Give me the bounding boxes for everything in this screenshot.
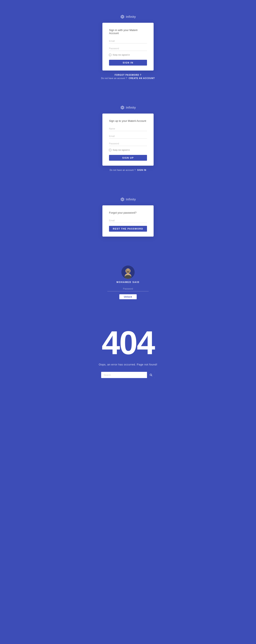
lock-section: MOHAMED SAID Unlock bbox=[0, 247, 256, 310]
forgot-logo: Infinity bbox=[120, 197, 136, 202]
signin-button[interactable]: SIGN IN bbox=[109, 60, 147, 66]
unlock-button[interactable]: Unlock bbox=[119, 294, 137, 299]
search-input[interactable] bbox=[101, 372, 147, 378]
svg-line-9 bbox=[151, 376, 152, 376]
forgot-card: Forgot your password? REST THE PASSWORD bbox=[102, 205, 154, 236]
signup-signin-link[interactable]: SIGN IN bbox=[137, 169, 146, 171]
forgot-card-title: Forgot your password? bbox=[109, 211, 147, 214]
signin-section: Infinity Sign in with your Materii Accou… bbox=[0, 0, 256, 91]
signup-keep-signed-checkbox[interactable] bbox=[109, 149, 111, 151]
signup-brand-name: Infinity bbox=[126, 106, 136, 109]
signin-keep-signed-row: Keep me signed in bbox=[109, 54, 147, 56]
forgot-brand-name: Infinity bbox=[126, 198, 136, 201]
signin-keep-signed-label: Keep me signed in bbox=[113, 54, 130, 56]
signup-logo: Infinity bbox=[120, 105, 136, 110]
no-account-text: Do not have an account ? bbox=[101, 77, 127, 80]
signin-password-group bbox=[109, 46, 147, 51]
signup-email-input[interactable] bbox=[109, 134, 147, 138]
lock-inner: MOHAMED SAID Unlock bbox=[107, 266, 149, 299]
signup-card: Sign up to your Materii Account Keep me … bbox=[102, 114, 154, 166]
signup-card-title: Sign up to your Materii Account bbox=[109, 119, 147, 122]
signin-footer: FORGOT PASSWORD ? Do not have an account… bbox=[101, 74, 155, 80]
lock-username: MOHAMED SAID bbox=[117, 281, 139, 283]
avatar-image bbox=[122, 266, 134, 279]
error-code: 404 bbox=[102, 326, 154, 359]
search-icon bbox=[149, 374, 152, 376]
error-message: Oops, an error has occurred. Page not fo… bbox=[99, 363, 157, 366]
signup-signin-row: Do not have an account ? SIGN IN bbox=[110, 169, 146, 171]
signin-keep-signed-checkbox[interactable] bbox=[109, 54, 111, 56]
signup-no-account-text: Do not have an account ? bbox=[110, 169, 136, 171]
signin-card-title: Sign in with your Materii Account bbox=[109, 28, 147, 35]
signin-create-account-row: Do not have an account ? CREATE AN ACCOU… bbox=[101, 77, 155, 80]
search-button[interactable] bbox=[147, 372, 155, 378]
error-404-section: 404 Oops, an error has occurred. Page no… bbox=[0, 310, 256, 388]
signup-password-group bbox=[109, 142, 147, 146]
signup-footer: Do not have an account ? SIGN IN bbox=[110, 169, 146, 172]
signin-card: Sign in with your Materii Account Keep m… bbox=[102, 23, 154, 70]
signup-logo-icon bbox=[120, 105, 125, 110]
forgot-section: Infinity Forgot your password? REST THE … bbox=[0, 182, 256, 247]
svg-point-6 bbox=[127, 270, 128, 271]
forgot-email-group bbox=[109, 218, 147, 223]
signin-email-group bbox=[109, 39, 147, 44]
svg-point-8 bbox=[150, 374, 151, 376]
svg-point-1 bbox=[126, 268, 130, 274]
lock-avatar bbox=[122, 266, 134, 279]
signup-section: Infinity Sign up to your Materii Account… bbox=[0, 91, 256, 182]
svg-point-7 bbox=[128, 270, 129, 271]
signup-password-input[interactable] bbox=[109, 142, 147, 146]
signup-keep-signed-row: Keep me signed in bbox=[109, 149, 147, 151]
lock-password-input[interactable] bbox=[107, 287, 149, 292]
create-account-link[interactable]: CREATE AN ACCOUNT bbox=[128, 77, 155, 80]
signup-button[interactable]: SIGN UP bbox=[109, 155, 147, 161]
forgot-password-link[interactable]: FORGOT PASSWORD ? bbox=[101, 74, 155, 76]
forgot-reset-button[interactable]: REST THE PASSWORD bbox=[109, 226, 147, 232]
signup-name-group bbox=[109, 126, 147, 131]
signup-email-group bbox=[109, 134, 147, 138]
svg-point-3 bbox=[128, 272, 130, 272]
brand-name: Infinity bbox=[126, 15, 136, 18]
signin-email-input[interactable] bbox=[109, 39, 147, 44]
signin-logo: Infinity bbox=[120, 14, 136, 19]
signin-password-input[interactable] bbox=[109, 46, 147, 51]
forgot-logo-icon bbox=[120, 197, 125, 202]
logo-icon bbox=[120, 14, 125, 19]
signup-keep-signed-label: Keep me signed in bbox=[113, 149, 130, 151]
signup-name-input[interactable] bbox=[109, 126, 147, 131]
forgot-email-input[interactable] bbox=[109, 218, 147, 223]
search-row bbox=[101, 372, 155, 378]
